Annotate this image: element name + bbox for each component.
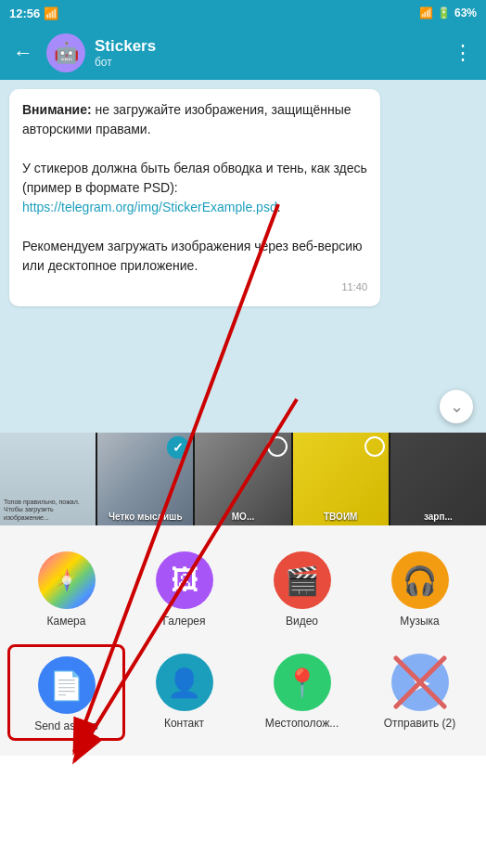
contact-label: Контакт <box>164 717 204 730</box>
media-item-music[interactable]: 🎧 Музыка <box>361 540 479 633</box>
message-bubble: Внимание: не загружайте изображения, защ… <box>9 89 380 306</box>
chat-subtitle: бот <box>95 56 440 69</box>
back-button[interactable]: ← <box>9 37 37 69</box>
files-icon: 📄 <box>38 656 96 714</box>
thumb-2[interactable]: Четко мыслишь ✓ <box>97 433 193 525</box>
thumb-3[interactable]: МО... <box>195 433 290 525</box>
music-label: Музыка <box>400 615 439 628</box>
media-item-video[interactable]: 🎬 Видео <box>243 540 361 633</box>
contact-button[interactable]: 👤 Контакт <box>125 644 243 741</box>
camera-label: Камера <box>47 615 86 628</box>
bottom-row: 📄 Send as files 👤 Контакт 📍 Местополож..… <box>0 641 486 756</box>
send-as-files-label: Send as files <box>34 719 98 732</box>
thumb-5[interactable]: зарп... <box>390 433 486 525</box>
location-icon: 📍 <box>274 654 331 711</box>
gallery-label: Галерея <box>162 615 205 628</box>
status-time: 12:56 📶 <box>9 6 58 20</box>
media-item-gallery[interactable]: 🖼 Галерея <box>125 540 243 633</box>
time-label: 12:56 <box>9 6 40 20</box>
thumb-4[interactable]: ТВОИМ <box>293 433 389 525</box>
status-bar: 12:56 📶 📶 🔋 63% <box>0 0 486 26</box>
location-label: Местополож... <box>265 717 339 730</box>
status-right: 📶 🔋 63% <box>419 6 477 19</box>
thumb-label-5: зарп... <box>394 512 482 522</box>
wifi-icon: 📶 <box>44 6 58 20</box>
send-selected-button[interactable]: ➤ Отправить (2) <box>361 644 479 741</box>
location-button[interactable]: 📍 Местополож... <box>243 644 361 741</box>
send-as-files-button[interactable]: 📄 Send as files <box>7 644 125 741</box>
send-icon: ➤ <box>391 654 449 711</box>
telegram-link[interactable]: https://telegram.org/img/StickerExample.… <box>22 200 277 214</box>
more-options-button[interactable]: ⋮ <box>449 37 477 69</box>
video-icon: 🎬 <box>274 551 331 609</box>
thumb-label-3: МО... <box>198 512 287 522</box>
media-grid: Камера 🖼 Галерея 🎬 Видео 🎧 Музыка <box>0 525 486 641</box>
contact-icon: 👤 <box>156 654 213 711</box>
thumb-label-4: ТВОИМ <box>297 512 385 522</box>
svg-point-1 <box>62 576 71 585</box>
scroll-down-button[interactable]: ⌄ <box>440 390 473 423</box>
battery-icon: 🔋 <box>437 6 451 19</box>
header-info: Stickers бот <box>95 37 440 69</box>
avatar: 🤖 <box>46 33 85 72</box>
music-icon: 🎧 <box>391 551 449 609</box>
signal-icon: 📶 <box>419 6 433 19</box>
chat-header: ← 🤖 Stickers бот ⋮ <box>0 26 486 80</box>
gallery-icon: 🖼 <box>156 551 213 609</box>
image-strip: Топов правильно, пожал. Чтобы загрузить … <box>0 433 486 525</box>
media-item-camera[interactable]: Камера <box>7 540 125 633</box>
send-selected-label: Отправить (2) <box>384 717 456 730</box>
chat-title: Stickers <box>95 37 440 56</box>
message-time: 11:40 <box>22 279 367 295</box>
thumb-1[interactable]: Топов правильно, пожал. Чтобы загрузить … <box>0 433 96 525</box>
battery-label: 63% <box>454 6 477 19</box>
camera-icon <box>38 551 96 609</box>
chat-area: Внимание: не загружайте изображения, защ… <box>0 80 486 433</box>
video-label: Видео <box>286 615 318 628</box>
thumb-label-2: Четко мыслишь <box>101 512 189 522</box>
